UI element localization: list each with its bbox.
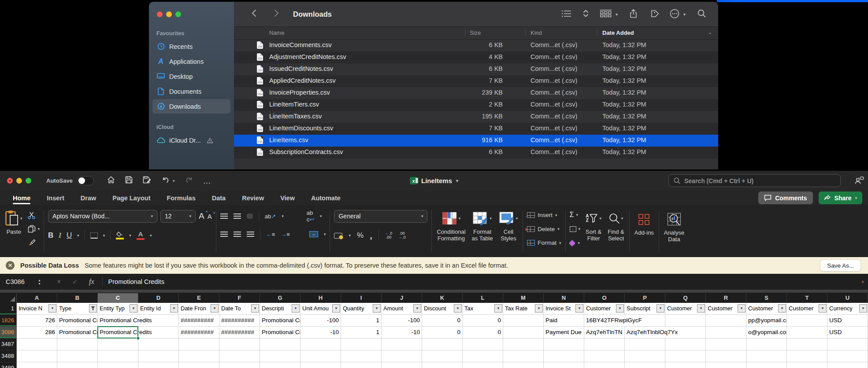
align-middle-icon[interactable] bbox=[234, 213, 241, 219]
cell-S3487[interactable] bbox=[746, 339, 787, 350]
column-letter-I[interactable]: I bbox=[341, 293, 382, 303]
cell-I3488[interactable] bbox=[341, 350, 382, 362]
file-row[interactable]: CSVInvoiceComments.csv6 KBComm...et (.cs… bbox=[234, 40, 718, 52]
cell-B1826[interactable]: Promotional Credits bbox=[57, 315, 98, 327]
tab-review[interactable]: Review bbox=[242, 191, 264, 205]
cell-P3489[interactable] bbox=[625, 362, 665, 368]
column-letter-L[interactable]: L bbox=[463, 293, 503, 303]
cell-L3086[interactable]: 0 bbox=[463, 327, 503, 339]
search-input[interactable]: Search (Cmd + Ctrl + U) bbox=[668, 174, 841, 187]
cell-A3489[interactable] bbox=[17, 362, 57, 368]
cell-E1826[interactable]: ########## bbox=[179, 315, 219, 327]
tab-formulas[interactable]: Formulas bbox=[167, 191, 195, 205]
column-letter-E[interactable]: E bbox=[179, 293, 219, 303]
autosum-button[interactable]: Σ▾ bbox=[570, 209, 581, 221]
presence-people-icon[interactable] bbox=[854, 176, 864, 187]
insert-function-icon[interactable]: fx bbox=[89, 278, 94, 286]
cell-L1826[interactable]: 0 bbox=[463, 315, 503, 327]
cell-O3489[interactable] bbox=[584, 362, 625, 368]
font-color-button[interactable]: A bbox=[137, 231, 145, 240]
filter-dropdown-icon[interactable]: ▼ bbox=[697, 304, 705, 313]
header-cell-B[interactable]: Type bbox=[57, 303, 98, 315]
align-right-icon[interactable] bbox=[247, 232, 254, 237]
cell-U1826[interactable]: USD bbox=[827, 315, 868, 327]
cell-O3488[interactable] bbox=[584, 350, 625, 362]
confirm-entry-icon[interactable]: ✓ bbox=[72, 278, 78, 285]
cell-K1826[interactable]: 0 bbox=[422, 315, 463, 327]
format-cells-button[interactable]: Format▾ bbox=[527, 237, 561, 249]
column-letter-D[interactable]: D bbox=[138, 293, 179, 303]
cell-E3489[interactable] bbox=[179, 362, 219, 368]
cell-D3487[interactable] bbox=[138, 339, 179, 350]
save-as-button[interactable]: Save As... bbox=[820, 260, 861, 271]
bold-button[interactable]: B bbox=[48, 231, 53, 240]
cell-O3086[interactable]: Azq7ehTlnTN bbox=[584, 327, 625, 339]
cell-Q1826[interactable] bbox=[665, 315, 706, 327]
home-icon[interactable] bbox=[107, 176, 115, 185]
filter-dropdown-icon[interactable]: ▼ bbox=[454, 304, 462, 313]
view-sort-chevrons-icon[interactable] bbox=[583, 10, 588, 19]
filter-dropdown-icon[interactable]: ▼ bbox=[292, 304, 300, 313]
cell-S3488[interactable] bbox=[746, 350, 787, 362]
column-letter-P[interactable]: P bbox=[625, 293, 665, 303]
sidebar-item-applications[interactable]: AApplications bbox=[152, 54, 230, 69]
decrease-font-icon[interactable]: A˅ bbox=[208, 213, 212, 220]
wrap-text-button[interactable]: abc↩ bbox=[307, 210, 314, 223]
cell-R3086[interactable] bbox=[706, 327, 746, 339]
header-cell-R[interactable]: Customer▼ bbox=[706, 303, 746, 315]
cell-K3488[interactable] bbox=[422, 350, 463, 362]
filter-dropdown-icon[interactable]: ▼ bbox=[170, 304, 178, 313]
cell-C3489[interactable] bbox=[98, 362, 138, 368]
group-by-chevron-icon[interactable]: ▾ bbox=[616, 12, 618, 17]
cell-M3086[interactable] bbox=[503, 327, 544, 339]
zoom-button[interactable] bbox=[175, 11, 181, 17]
document-title[interactable]: x LineItems ▾ bbox=[410, 177, 458, 184]
header-cell-I[interactable]: Quantity▼ bbox=[341, 303, 382, 315]
cell-M3489[interactable] bbox=[503, 362, 544, 368]
cut-button[interactable] bbox=[28, 210, 40, 221]
align-bottom-icon[interactable] bbox=[247, 213, 253, 219]
more-commands-icon[interactable]: … bbox=[203, 179, 211, 183]
filter-dropdown-icon[interactable]: ▼ bbox=[575, 304, 583, 313]
header-cell-O[interactable]: Customer▼ bbox=[584, 303, 625, 315]
cell-D3488[interactable] bbox=[138, 350, 179, 362]
cell-C3487[interactable] bbox=[98, 339, 138, 350]
column-letter-G[interactable]: G bbox=[260, 293, 300, 303]
cell-B3488[interactable] bbox=[57, 350, 98, 362]
more-actions-chevron-icon[interactable]: ▾ bbox=[683, 12, 686, 17]
sort-filter-button[interactable]: AZ ▾ Sort &Filter bbox=[585, 209, 602, 243]
font-name-select[interactable]: Aptos Narrow (Bod...▾ bbox=[48, 210, 157, 223]
underline-button[interactable]: U bbox=[67, 231, 72, 240]
column-header-name[interactable]: Name bbox=[269, 29, 285, 36]
cell-L3489[interactable] bbox=[463, 362, 503, 368]
close-button[interactable] bbox=[157, 11, 163, 17]
filter-dropdown-icon[interactable]: ▼ bbox=[738, 304, 746, 313]
header-cell-M[interactable]: Tax Rate▼ bbox=[503, 303, 544, 315]
cell-K3086[interactable]: 0 bbox=[422, 327, 463, 339]
tag-icon[interactable] bbox=[649, 9, 658, 20]
header-cell-K[interactable]: Discount▼ bbox=[422, 303, 463, 315]
increase-decimal-icon[interactable]: ←.0.00 bbox=[385, 232, 393, 239]
fill-color-button[interactable] bbox=[116, 232, 124, 239]
file-row[interactable]: CSVLineItemTaxes.csv195 KBComm...et (.cs… bbox=[234, 111, 718, 123]
file-row[interactable]: CSVIssuedCreditNotes.csv6 KBComm...et (.… bbox=[234, 63, 718, 75]
number-format-select[interactable]: General▾ bbox=[334, 210, 427, 223]
cell-G1826[interactable]: Promotional Credits bbox=[260, 315, 300, 327]
more-actions-icon[interactable] bbox=[670, 9, 679, 20]
cell-B3487[interactable] bbox=[57, 339, 98, 350]
cell-R1826[interactable] bbox=[706, 315, 746, 327]
accounting-format-icon[interactable] bbox=[334, 233, 342, 239]
cell-I3487[interactable] bbox=[341, 339, 382, 350]
cell-J1826[interactable]: -100 bbox=[382, 315, 422, 327]
warning-close-icon[interactable]: ✕ bbox=[6, 261, 15, 270]
close-button[interactable] bbox=[7, 178, 13, 184]
cell-E3086[interactable]: ########## bbox=[179, 327, 219, 339]
filter-dropdown-icon[interactable]: ▼ bbox=[373, 304, 381, 313]
sidebar-item-desktop[interactable]: Desktop bbox=[152, 69, 230, 84]
header-cell-G[interactable]: Descripti▼ bbox=[260, 303, 300, 315]
increase-indent-icon[interactable]: →≡ bbox=[281, 231, 290, 238]
sidebar-item-recents[interactable]: Recents bbox=[152, 39, 230, 54]
file-row[interactable]: CSVAppliedCreditNotes.csv7 KBComm...et (… bbox=[234, 75, 718, 87]
column-letter-T[interactable]: T bbox=[787, 293, 827, 303]
column-header-kind[interactable]: Kind bbox=[530, 29, 542, 36]
